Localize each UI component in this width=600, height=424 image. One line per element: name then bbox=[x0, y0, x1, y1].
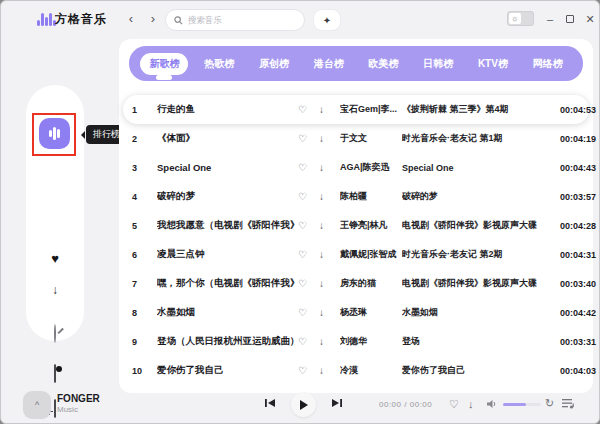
previous-track-button[interactable] bbox=[265, 398, 276, 408]
play-button[interactable] bbox=[291, 392, 316, 417]
download-arrow-icon[interactable]: ↓ bbox=[319, 133, 340, 144]
song-rank: 10 bbox=[132, 366, 157, 376]
avatar[interactable]: ^ bbox=[23, 391, 51, 419]
song-rank: 2 bbox=[132, 134, 157, 144]
heart-outline-icon[interactable]: ♡ bbox=[298, 162, 319, 173]
download-arrow-icon[interactable]: ↓ bbox=[319, 220, 340, 231]
tab-label: KTV榜 bbox=[469, 53, 517, 75]
search-box[interactable] bbox=[165, 9, 305, 31]
heart-outline-icon[interactable]: ♡ bbox=[298, 249, 319, 260]
sparkle-icon: ✦ bbox=[323, 15, 331, 26]
brand-subtitle: Music bbox=[57, 405, 100, 414]
heart-outline-icon[interactable]: ♡ bbox=[298, 133, 319, 144]
slashed-circle-icon bbox=[54, 324, 56, 343]
song-album: 电视剧《骄阳伴我》影视原声大碟 bbox=[402, 219, 560, 232]
download-arrow-icon[interactable]: ↓ bbox=[319, 365, 340, 376]
song-rank: 1 bbox=[132, 105, 157, 115]
volume-button[interactable] bbox=[487, 399, 498, 409]
download-arrow-icon[interactable]: ↓ bbox=[319, 278, 340, 289]
sidebar-item-downloads[interactable]: ↓ bbox=[26, 283, 84, 297]
download-arrow-icon[interactable]: ↓ bbox=[319, 162, 340, 173]
volume-slider[interactable] bbox=[503, 403, 541, 406]
song-artist: 杨丞琳 bbox=[340, 306, 402, 319]
download-arrow-icon[interactable]: ↓ bbox=[319, 307, 340, 318]
heart-outline-icon: ♡ bbox=[449, 398, 459, 411]
app-title: 方格音乐 bbox=[55, 11, 107, 28]
song-rank: 9 bbox=[132, 337, 157, 347]
download-button[interactable]: ↓ bbox=[468, 398, 474, 410]
tab-4[interactable]: 港台榜 bbox=[301, 46, 356, 81]
song-duration: 00:04:19 bbox=[560, 134, 596, 144]
sidebar-item-favorites[interactable]: ♥ bbox=[26, 251, 84, 266]
repeat-button[interactable]: ↻ bbox=[545, 397, 554, 410]
song-row[interactable]: 5 我想我愿意（电视剧《骄阳伴我》... ♡ ↓ 王铮亮|林凡 电视剧《骄阳伴我… bbox=[123, 211, 589, 240]
search-input[interactable] bbox=[188, 15, 296, 25]
song-row[interactable]: 2 《体面》 ♡ ↓ 于文文 时光音乐会·老友记 第1期 00:04:19 bbox=[123, 124, 589, 153]
song-row[interactable]: 1 行走的鱼 ♡ ↓ 宝石Gem|李... 《披荆斩棘 第三季》第4期 00:0… bbox=[123, 95, 589, 124]
brand-name: FONGER bbox=[57, 393, 100, 404]
tab-6[interactable]: 日韩榜 bbox=[411, 46, 466, 81]
sidebar-item-radio[interactable] bbox=[26, 325, 84, 343]
song-row[interactable]: 4 破碎的梦 ♡ ↓ 陈柏疆 破碎的梦 00:03:57 bbox=[123, 182, 589, 211]
song-album: 登场 bbox=[402, 335, 560, 348]
song-duration: 00:04:43 bbox=[560, 163, 596, 173]
main-content: 新歌榜 热歌榜 原创榜 港台榜 欧美榜 日韩榜 KTV榜 网络榜 1 行走的鱼 … bbox=[119, 39, 593, 393]
song-duration: 00:04:03 bbox=[560, 366, 596, 376]
tab-label: 新歌榜 bbox=[140, 53, 188, 75]
tab-label: 热歌榜 bbox=[195, 53, 243, 75]
tab-7[interactable]: KTV榜 bbox=[466, 46, 521, 81]
song-title: 破碎的梦 bbox=[157, 190, 298, 203]
song-row[interactable]: 8 水墨如烟 ♡ ↓ 杨丞琳 水墨如烟 00:04:42 bbox=[123, 298, 589, 327]
song-row[interactable]: 7 嘿，那个你（电视剧《骄阳伴我》... ♡ ↓ 房东的猫 电视剧《骄阳伴我》影… bbox=[123, 269, 589, 298]
download-arrow-icon[interactable]: ↓ bbox=[319, 336, 340, 347]
tab-5[interactable]: 欧美榜 bbox=[356, 46, 411, 81]
tab-8[interactable]: 网络榜 bbox=[520, 46, 575, 81]
close-button[interactable]: ✕ bbox=[581, 10, 599, 28]
minimize-button[interactable]: – bbox=[541, 10, 559, 28]
toggle-switch-icon bbox=[54, 364, 56, 383]
next-icon bbox=[331, 398, 342, 408]
song-title: 爱你伤了我自己 bbox=[157, 364, 298, 377]
download-arrow-icon[interactable]: ↓ bbox=[319, 104, 340, 115]
nav-back-button[interactable]: ‹ bbox=[121, 8, 141, 30]
download-arrow-icon[interactable]: ↓ bbox=[319, 191, 340, 202]
song-album: 电视剧《骄阳伴我》影视原声大碟 bbox=[402, 277, 560, 290]
song-duration: 00:04:53 bbox=[560, 105, 596, 115]
song-rank: 6 bbox=[132, 250, 157, 260]
heart-outline-icon[interactable]: ♡ bbox=[298, 104, 319, 115]
tab-3[interactable]: 原创榜 bbox=[247, 46, 302, 81]
next-track-button[interactable] bbox=[331, 398, 342, 408]
heart-outline-icon[interactable]: ♡ bbox=[298, 278, 319, 289]
repeat-icon: ↻ bbox=[545, 397, 554, 410]
tab-2[interactable]: 热歌榜 bbox=[192, 46, 247, 81]
heart-outline-icon[interactable]: ♡ bbox=[298, 365, 319, 376]
play-icon bbox=[299, 400, 308, 410]
speaker-icon bbox=[487, 399, 498, 409]
nav-forward-button[interactable]: › bbox=[143, 8, 163, 30]
heart-outline-icon[interactable]: ♡ bbox=[298, 191, 319, 202]
song-title: 嘿，那个你（电视剧《骄阳伴我》... bbox=[157, 277, 298, 290]
song-row[interactable]: 9 登场（人民日报杭州亚运助威曲） ♡ ↓ 刘德华 登场 00:03:31 bbox=[123, 327, 589, 356]
song-title: 凌晨三点钟 bbox=[157, 248, 298, 261]
favorite-button[interactable]: ♡ bbox=[449, 398, 459, 411]
song-row[interactable]: 10 爱你伤了我自己 ♡ ↓ 冷漠 爱你伤了我自己 00:04:03 bbox=[123, 356, 589, 385]
playlist-button[interactable] bbox=[562, 398, 574, 409]
tab-1[interactable]: 新歌榜 bbox=[137, 46, 192, 81]
song-title: 行走的鱼 bbox=[157, 103, 298, 116]
sparkle-button[interactable]: ✦ bbox=[313, 9, 341, 31]
search-icon bbox=[174, 11, 183, 29]
song-row[interactable]: 3 Special One ♡ ↓ AGA|陈奕迅 Special One 00… bbox=[123, 153, 589, 182]
heart-outline-icon[interactable]: ♡ bbox=[298, 336, 319, 347]
song-row[interactable]: 6 凌晨三点钟 ♡ ↓ 戴佩妮|张智成 时光音乐会·老友记 第2期 00:04:… bbox=[123, 240, 589, 269]
heart-outline-icon[interactable]: ♡ bbox=[298, 220, 319, 231]
song-duration: 00:03:31 bbox=[560, 337, 596, 347]
download-arrow-icon: ↓ bbox=[468, 398, 474, 410]
sidebar-item-toggle[interactable] bbox=[26, 365, 84, 383]
theme-toggle[interactable]: ☼ bbox=[507, 11, 534, 26]
brand-block: FONGER Music bbox=[57, 393, 100, 414]
song-album: 时光音乐会·老友记 第2期 bbox=[402, 248, 560, 261]
maximize-button[interactable] bbox=[561, 10, 579, 28]
time-separator: / bbox=[404, 400, 407, 409]
heart-outline-icon[interactable]: ♡ bbox=[298, 307, 319, 318]
download-arrow-icon[interactable]: ↓ bbox=[319, 249, 340, 260]
